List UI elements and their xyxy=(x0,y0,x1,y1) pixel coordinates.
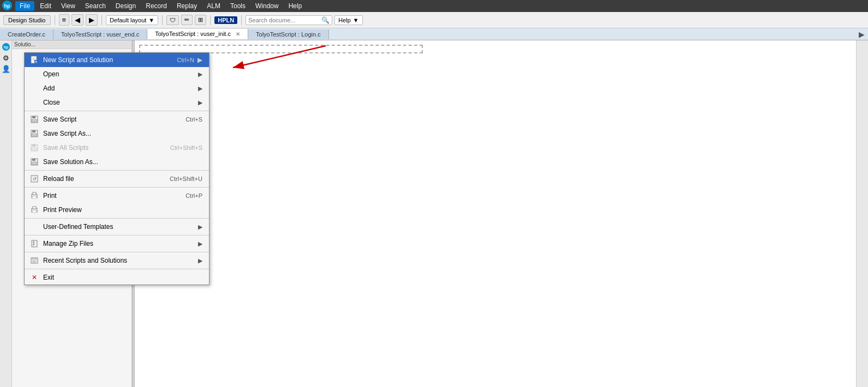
menu-window[interactable]: Window xyxy=(251,1,283,11)
menu-item-save-script[interactable]: Save Script Ctrl+S xyxy=(25,112,209,126)
tab-overflow-button[interactable]: ▶ xyxy=(855,29,868,40)
layout-label: Default layout xyxy=(110,17,146,23)
tab-vuser-init-label: TolyoTestScript : vuser_init.c xyxy=(155,31,231,37)
recent-scripts-icon xyxy=(29,256,40,265)
app-logo: hp xyxy=(2,1,12,12)
menu-item-save-all-scripts: Save All Scripts Ctrl+Shift+S xyxy=(25,141,209,155)
print-label: Print xyxy=(43,192,57,199)
open-submenu-arrow: ▶ xyxy=(198,71,202,78)
toolbar-btn-2[interactable]: ◀ xyxy=(71,14,83,26)
open-icon xyxy=(29,70,40,78)
tab-vuser-init[interactable]: TolyoTestScript : vuser_init.c ✕ xyxy=(147,29,248,39)
svg-rect-33 xyxy=(33,241,34,243)
svg-rect-22 xyxy=(32,162,37,165)
menu-alm[interactable]: ALM xyxy=(202,1,225,11)
svg-rect-13 xyxy=(32,119,37,122)
save-script-as-label: Save Script As... xyxy=(43,130,91,137)
tab-vuser-end[interactable]: TolyoTestScript : vuser_end.c xyxy=(53,29,147,39)
sidebar-icon-tool[interactable]: ⚙ xyxy=(2,53,10,62)
separator-4 xyxy=(25,218,209,219)
svg-rect-29 xyxy=(33,207,36,209)
print-shortcut: Ctrl+P xyxy=(185,192,202,199)
tab-login[interactable]: TolyoTestScript : Login.c xyxy=(248,29,329,39)
new-script-shortcut: Ctrl+N xyxy=(177,57,194,63)
code-line-2 xyxy=(139,68,852,77)
svg-text:↺: ↺ xyxy=(33,177,37,182)
user-templates-icon xyxy=(29,222,40,231)
annotation-arrow xyxy=(135,40,856,387)
menu-tools[interactable]: Tools xyxy=(226,1,250,11)
menu-search[interactable]: Search xyxy=(81,1,110,11)
menu-item-reload-file[interactable]: ↺ Reload file Ctrl+Shift+U xyxy=(25,172,209,186)
toolbar-icon-pen[interactable]: ✏ xyxy=(181,15,193,25)
svg-rect-19 xyxy=(32,148,37,150)
save-script-label: Save Script xyxy=(43,116,76,123)
right-panel xyxy=(856,40,868,387)
separator-6 xyxy=(25,252,209,252)
menu-item-recent-scripts[interactable]: Recent Scripts and Solutions ▶ xyxy=(25,253,209,268)
help-dropdown[interactable]: Help ▼ xyxy=(334,15,363,25)
menu-replay[interactable]: Replay xyxy=(172,1,201,11)
open-label: Open xyxy=(43,70,59,78)
print-preview-icon xyxy=(29,205,40,214)
close-icon xyxy=(29,98,40,107)
separator-2 xyxy=(25,170,209,171)
menu-item-close[interactable]: Close ▶ xyxy=(25,95,209,110)
menu-design[interactable]: Design xyxy=(111,1,140,11)
hpln-badge[interactable]: HPLN xyxy=(214,16,237,24)
tab-create-order[interactable]: CreateOrder.c xyxy=(0,29,53,39)
menu-item-user-templates[interactable]: User-Defined Templates ▶ xyxy=(25,220,209,234)
manage-zip-label: Manage Zip Files xyxy=(43,240,93,247)
menu-view[interactable]: View xyxy=(57,1,80,11)
menu-edit[interactable]: Edit xyxy=(35,1,56,11)
svg-rect-21 xyxy=(32,159,35,161)
menu-item-manage-zip[interactable]: Manage Zip Files ▶ xyxy=(25,237,209,251)
menu-help[interactable]: Help xyxy=(284,1,307,11)
layout-dropdown[interactable]: Default layout ▼ xyxy=(106,15,158,25)
tab-bar: CreateOrder.c TolyoTestScript : vuser_en… xyxy=(0,28,868,40)
sidebar-icon-person[interactable]: 👤 xyxy=(2,64,10,73)
menu-file[interactable]: File xyxy=(15,1,34,11)
menu-record[interactable]: Record xyxy=(141,1,171,11)
exit-label: Exit xyxy=(43,274,54,281)
code-line-3: turn 0; xyxy=(139,77,852,87)
menu-item-save-script-as[interactable]: Save Script As... xyxy=(25,126,209,141)
menu-item-open[interactable]: Open ▶ xyxy=(25,67,209,81)
recent-scripts-submenu-arrow: ▶ xyxy=(198,257,202,264)
save-solution-as-icon xyxy=(29,158,40,166)
new-script-label: New Script and Solution xyxy=(43,56,113,64)
help-dropdown-arrow: ▼ xyxy=(353,17,359,23)
toolbar-icon-grid[interactable]: ⊞ xyxy=(195,15,206,25)
print-icon xyxy=(29,191,40,200)
design-studio-button[interactable]: Design Studio xyxy=(3,15,51,25)
close-submenu-arrow: ▶ xyxy=(198,99,202,106)
add-label: Add xyxy=(43,84,55,92)
svg-text:hp: hp xyxy=(4,3,10,9)
menu-item-exit[interactable]: ✕ Exit xyxy=(25,270,209,285)
code-editor[interactable]: init() turn 0; xyxy=(135,40,856,387)
user-templates-label: User-Defined Templates xyxy=(43,223,113,231)
menu-item-print[interactable]: Print Ctrl+P xyxy=(25,189,209,203)
exit-icon: ✕ xyxy=(29,273,40,282)
help-label: Help xyxy=(338,17,351,23)
tab-vuser-init-close[interactable]: ✕ xyxy=(236,31,240,37)
add-icon xyxy=(29,84,40,93)
toolbar-btn-1[interactable]: ≡ xyxy=(59,14,70,26)
solution-title: Solutio... xyxy=(12,40,131,49)
new-script-icon: + xyxy=(29,56,40,64)
separator-3 xyxy=(25,187,209,188)
menu-item-new-script[interactable]: + New Script and Solution Ctrl+N ▶ xyxy=(25,53,209,67)
menu-item-add[interactable]: Add ▶ xyxy=(25,81,209,95)
separator-5 xyxy=(25,235,209,235)
menu-item-print-preview[interactable]: Print Preview xyxy=(25,203,209,217)
save-solution-as-label: Save Solution As... xyxy=(43,158,98,166)
menu-item-save-solution-as[interactable]: Save Solution As... xyxy=(25,155,209,169)
search-input[interactable] xyxy=(248,17,319,23)
toolbar-icon-shield[interactable]: 🛡 xyxy=(166,15,179,25)
svg-rect-36 xyxy=(32,258,37,259)
svg-text:hp: hp xyxy=(3,45,8,50)
toolbar-btn-3[interactable]: ▶ xyxy=(86,14,98,26)
sidebar-icon-hp[interactable]: hp xyxy=(2,43,10,51)
code-line-1: init() xyxy=(139,58,852,68)
svg-rect-30 xyxy=(32,210,37,213)
